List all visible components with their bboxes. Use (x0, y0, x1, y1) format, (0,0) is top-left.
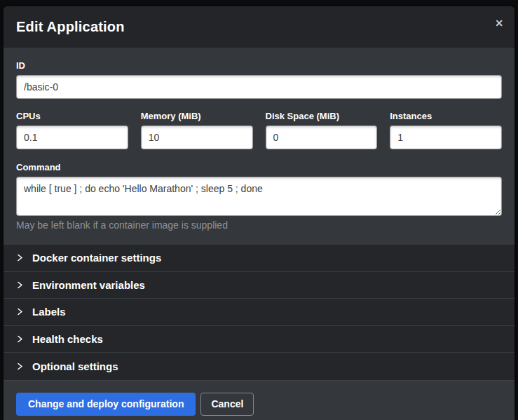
cpus-input[interactable] (16, 126, 128, 149)
edit-application-modal: Edit Application ✕ ID CPUs Memory (MiB) … (4, 6, 514, 420)
close-button[interactable]: ✕ (492, 15, 506, 31)
cancel-button[interactable]: Cancel (200, 393, 254, 416)
instances-label: Instances (390, 111, 502, 121)
modal-header: Edit Application ✕ (4, 6, 514, 48)
chevron-right-icon (16, 308, 24, 316)
section-label: Optional settings (32, 360, 118, 372)
section-labels[interactable]: Labels (4, 299, 514, 326)
instances-input[interactable] (390, 126, 502, 149)
command-field-group: Command while [ true ] ; do echo 'Hello … (16, 162, 502, 231)
disk-input[interactable] (266, 126, 378, 149)
cpus-label: CPUs (16, 111, 128, 121)
command-textarea[interactable]: while [ true ] ; do echo 'Hello Marathon… (16, 177, 502, 216)
section-optional-settings[interactable]: Optional settings (4, 353, 514, 380)
disk-label: Disk Space (MiB) (266, 111, 378, 121)
command-help-text: May be left blank if a container image i… (16, 219, 502, 231)
section-label: Environment variables (32, 279, 145, 291)
collapsible-sections: Docker container settings Environment va… (4, 245, 514, 380)
command-label: Command (16, 162, 502, 172)
section-docker-container-settings[interactable]: Docker container settings (4, 245, 514, 272)
memory-field-group: Memory (MiB) (141, 111, 253, 149)
id-input[interactable] (16, 75, 502, 99)
change-and-deploy-button[interactable]: Change and deploy configuration (16, 393, 196, 416)
modal-title: Edit Application (16, 19, 125, 35)
memory-label: Memory (MiB) (141, 111, 253, 121)
section-health-checks[interactable]: Health checks (4, 326, 514, 353)
cpus-field-group: CPUs (16, 111, 128, 149)
instances-field-group: Instances (390, 111, 502, 149)
chevron-right-icon (16, 254, 24, 262)
modal-footer: Change and deploy configuration Cancel (4, 380, 514, 420)
chevron-right-icon (16, 363, 24, 370)
application-form: ID CPUs Memory (MiB) Disk Space (MiB) In… (4, 48, 514, 245)
close-icon: ✕ (495, 18, 503, 29)
resources-row: CPUs Memory (MiB) Disk Space (MiB) Insta… (16, 111, 502, 149)
section-environment-variables[interactable]: Environment variables (4, 272, 514, 299)
id-field-group: ID (16, 60, 502, 99)
section-label: Labels (32, 306, 66, 318)
chevron-right-icon (16, 281, 24, 289)
section-label: Health checks (32, 333, 103, 345)
chevron-right-icon (16, 335, 24, 343)
disk-field-group: Disk Space (MiB) (266, 111, 378, 149)
id-label: ID (16, 60, 502, 71)
section-label: Docker container settings (32, 252, 161, 264)
memory-input[interactable] (141, 126, 253, 149)
